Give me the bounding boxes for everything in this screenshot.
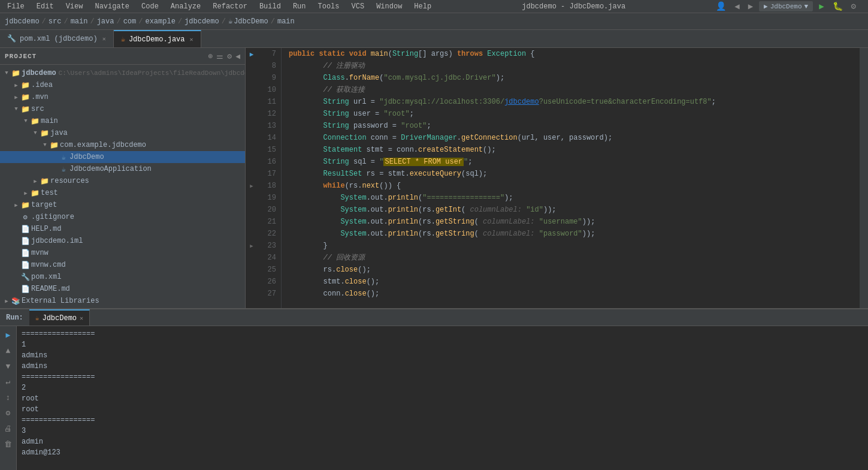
folder-icon-target: 📁 [20,201,30,210]
tree-item-mvn[interactable]: ▶ 📁 .mvn [0,91,245,103]
gutter-24 [246,252,258,264]
settings-sidebar-btn[interactable]: ⚙ [2,406,15,420]
code-line-23: } [284,240,857,252]
user-icon[interactable]: 👤 [713,0,728,13]
menu-analyze[interactable]: Analyze [168,1,203,12]
gutter-10 [246,84,258,96]
tree-label-root: jdbcdemo [22,69,56,77]
tree-item-package[interactable]: ▼ 📁 com.example.jdbcdemo [0,139,245,151]
sep3: / [90,17,94,26]
menu-code[interactable]: Code [139,1,161,12]
sidebar-hide[interactable]: ◀ [235,52,240,61]
tree-item-external-libs[interactable]: ▶ 📚 External Libraries [0,295,245,307]
tree-item-java[interactable]: ▼ 📁 java [0,127,245,139]
tab-java-close[interactable]: ✕ [190,36,193,43]
tree-item-iml[interactable]: 📄 jdbcdemo.iml [0,235,245,247]
tree-item-jdbcdemo[interactable]: ☕ JdbcDemo [0,151,245,163]
fold-gutter-18[interactable]: ▶ [250,183,253,189]
tree-item-readme[interactable]: 📄 README.md [0,283,245,295]
ln-27: 27 [262,288,276,300]
code-editor[interactable]: ▶ ▶ ▶ [246,48,868,308]
sidebar-actions: ⊕ ⚌ ⚙ ◀ [208,52,240,61]
tree-item-help[interactable]: 📄 HELP.md [0,223,245,235]
breadcrumb-jdbcdemo-class[interactable]: ☕JdbcDemo [228,17,268,26]
breadcrumb-example[interactable]: example [145,17,175,26]
code-line-18: while(rs.next()) { [284,180,857,192]
gutter-14 [246,132,258,144]
breadcrumb-jdbcdemo[interactable]: jdbcdemo [5,17,40,26]
root-path: C:\Users\admins\IdeaProjects\fileReadDow… [59,70,245,77]
down-sidebar-btn[interactable]: ▼ [2,360,15,373]
menu-edit[interactable]: Edit [34,1,56,12]
breadcrumb-main[interactable]: main [71,17,88,26]
code-line-15: Statement stmt = conn.createStatement(); [284,144,857,156]
tab-pom-xml[interactable]: 🔧 pom.xml (jdbcdemo) ✕ [0,30,114,47]
run-gutter-icon-7[interactable]: ▶ [250,50,254,58]
tree-item-app[interactable]: ☕ JdbcdemoApplication [0,163,245,175]
menu-vcs[interactable]: VCS [349,1,367,12]
sep5: / [138,17,143,26]
folder-icon-mvn: 📁 [20,93,30,102]
tab-pom-close[interactable]: ✕ [102,35,106,43]
run-config-selector[interactable]: ▶ JdbcDemo ▼ [759,1,813,11]
tree-item-main[interactable]: ▼ 📁 main [0,115,245,127]
tree-item-src[interactable]: ▼ 📁 src [0,103,245,115]
sidebar-gear[interactable]: ⚙ [227,52,232,61]
menu-tools[interactable]: Tools [316,1,342,12]
bottom-tab-jdbcdemo[interactable]: ☕ JdbcDemo ✕ [29,309,90,326]
forward-button[interactable]: ▶ [746,0,755,13]
code-line-25: rs.close(); [284,264,857,276]
tree-item-test[interactable]: ▶ 📁 test [0,187,245,199]
code-line-10: // 获取连接 [284,84,857,96]
folder-icon-test: 📁 [30,189,40,198]
breadcrumb-com[interactable]: com [123,17,137,26]
tree-arrow-main: ▼ [22,118,30,124]
tree-item-mvnwcmd[interactable]: 📄 mvnw.cmd [0,259,245,271]
tree-item-idea[interactable]: ▶ 📁 .idea [0,79,245,91]
tab-pom-label: pom.xml (jdbcdemo) [20,35,98,43]
tree-item-resources[interactable]: ▶ 📁 resources [0,175,245,187]
breadcrumb-java[interactable]: java [97,17,114,26]
menu-refactor[interactable]: Refactor [210,1,250,12]
sidebar-new-button[interactable]: ⊕ [208,52,213,61]
menu-navigate[interactable]: Navigate [92,1,132,12]
breadcrumb-main-method[interactable]: main [277,17,295,26]
ln-7: 7 [262,48,276,60]
tree-item-pomxml[interactable]: 🔧 pom.xml [0,271,245,283]
code-line-12: String user = "root"; [284,108,857,120]
debug-button[interactable]: 🐛 [830,0,845,13]
gutter-13 [246,120,258,132]
bottom-tab-close[interactable]: ✕ [80,315,83,322]
tab-jdbcdemo-java[interactable]: ☕ JdbcDemo.java ✕ [114,30,201,47]
print-sidebar-btn[interactable]: 🖨 [2,422,15,435]
trash-sidebar-btn[interactable]: 🗑 [2,438,15,451]
sidebar-collapse-all[interactable]: ⚌ [216,52,223,61]
scroll-sidebar-btn[interactable]: ↕ [2,391,15,404]
run-sidebar-btn[interactable]: ▶ [2,329,15,342]
run-button[interactable]: ▶ [816,0,826,13]
tree-item-target[interactable]: ▶ 📁 target [0,199,245,211]
tree-label-extlibs: External Libraries [22,297,99,305]
breadcrumb-jdbcdemo2[interactable]: jdbcdemo [185,17,219,26]
tree-item-gitignore[interactable]: ⚙ .gitignore [0,211,245,223]
tree-item-mvnw[interactable]: 📄 mvnw [0,247,245,259]
menu-build[interactable]: Build [257,1,283,12]
menu-help[interactable]: Help [412,1,434,12]
menu-run[interactable]: Run [291,1,309,12]
gutter-20 [246,204,258,216]
settings-button[interactable]: ⚙ [849,0,858,13]
back-button[interactable]: ◀ [732,0,742,13]
menu-window[interactable]: Window [374,1,404,12]
menu-view[interactable]: View [63,1,86,12]
breadcrumb-src[interactable]: src [49,17,62,26]
md-icon-help: 📄 [20,225,30,234]
menu-file[interactable]: File [5,1,27,12]
wrap-sidebar-btn[interactable]: ↵ [2,375,15,388]
up-sidebar-btn[interactable]: ▲ [2,344,15,357]
gutter-16 [246,156,258,168]
ln-24: 24 [262,252,276,264]
tree-item-root[interactable]: ▼ 📁 jdbcdemo C:\Users\admins\IdeaProject… [0,67,245,79]
code-content[interactable]: public static void main(String[] args) t… [282,48,860,308]
fold-gutter-23[interactable]: ▶ [250,243,253,249]
tree-label-src: src [31,105,44,113]
